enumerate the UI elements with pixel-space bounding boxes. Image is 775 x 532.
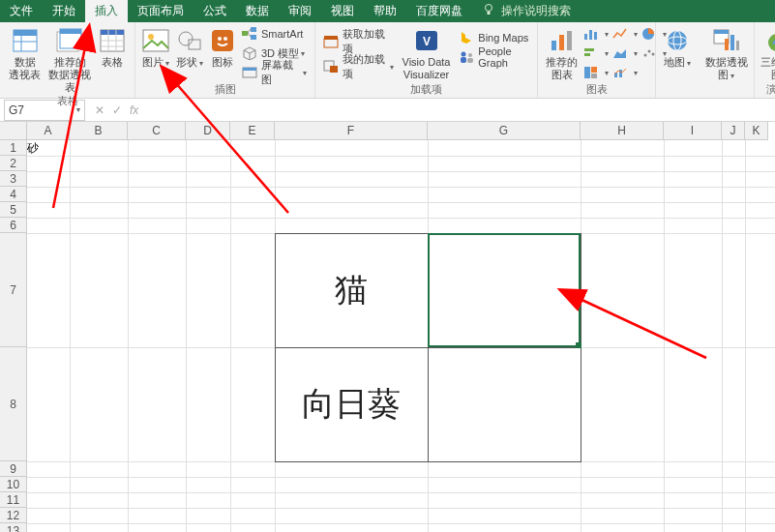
tab-home[interactable]: 开始 xyxy=(43,0,85,22)
people-icon xyxy=(459,49,474,65)
bing-maps-button[interactable]: Bing Maps xyxy=(455,28,533,47)
chevron-down-icon: ▾ xyxy=(301,49,305,58)
svg-marker-37 xyxy=(462,32,471,44)
chart-type-line-button[interactable]: ▾ xyxy=(611,24,640,44)
svg-rect-45 xyxy=(584,34,587,40)
select-all-corner[interactable] xyxy=(0,122,27,140)
table-button[interactable]: 表格 xyxy=(95,24,131,69)
svg-rect-50 xyxy=(584,53,590,56)
smartart-button[interactable]: SmartArt xyxy=(238,24,311,44)
svg-rect-56 xyxy=(591,67,597,73)
cell-F8[interactable]: 向日葵 xyxy=(275,347,428,461)
lightbulb-icon xyxy=(482,3,495,19)
svg-point-52 xyxy=(644,54,647,57)
chevron-down-icon: ▾ xyxy=(390,63,394,72)
cancel-formula-button[interactable]: ✕ xyxy=(95,103,104,117)
group-illustrations: 图片▾ 形状▾ 图标 SmartArt xyxy=(135,22,315,98)
formula-bar: G7 ▾ ✕ ✓ fx xyxy=(0,99,775,122)
col-header[interactable]: D xyxy=(186,122,230,139)
chart-type-map-button[interactable]: ▾ xyxy=(581,63,611,82)
col-header[interactable]: J xyxy=(722,122,745,139)
pivot-chart-button[interactable]: 数据透视图▾ xyxy=(702,24,750,82)
svg-rect-19 xyxy=(212,30,233,51)
row-header[interactable]: 2 xyxy=(0,156,26,171)
tab-page-layout[interactable]: 页面布局 xyxy=(128,0,194,22)
fx-icon[interactable]: fx xyxy=(130,103,138,117)
svg-point-53 xyxy=(648,50,651,53)
row-header[interactable]: 4 xyxy=(0,187,26,202)
treemap-chart-icon xyxy=(583,65,599,80)
screenshot-button[interactable]: 屏幕截图▾ xyxy=(238,63,311,82)
recommended-pivot-button[interactable]: 推荐的 数据透视表 xyxy=(45,24,95,94)
chevron-down-icon[interactable]: ▾ xyxy=(76,105,80,114)
row-header[interactable]: 1 xyxy=(0,140,26,156)
chart-type-area-button[interactable]: ▾ xyxy=(611,44,640,63)
svg-rect-42 xyxy=(551,41,556,50)
tab-data[interactable]: 数据 xyxy=(236,0,279,22)
tab-insert[interactable]: 插入 xyxy=(85,0,128,22)
shapes-button[interactable]: 形状▾ xyxy=(173,24,207,70)
chevron-down-icon: ▾ xyxy=(730,72,734,80)
worksheet: A B C D E F G H I J K 1 2 3 4 5 6 7 xyxy=(0,122,775,532)
chart-type-combo-button[interactable]: ▾ xyxy=(611,63,640,82)
formula-input[interactable] xyxy=(138,103,775,118)
tab-view[interactable]: 视图 xyxy=(321,0,364,22)
pictures-button[interactable]: 图片▾ xyxy=(139,24,173,70)
row-header[interactable]: 13 xyxy=(0,523,26,532)
row-header[interactable]: 5 xyxy=(0,202,26,218)
svg-rect-47 xyxy=(594,32,597,40)
row-header[interactable]: 3 xyxy=(0,171,26,187)
group-tours: 三维地 图 演示 xyxy=(755,22,775,98)
group-charts: 推荐的 图表 ▾ ▾ ▾ ▾ ▾ ▾ ▾ ▾ 图表 xyxy=(538,22,656,98)
tab-review[interactable]: 审阅 xyxy=(279,0,321,22)
svg-point-17 xyxy=(179,32,193,45)
col-header[interactable]: I xyxy=(664,122,722,139)
col-header[interactable]: G xyxy=(428,122,581,139)
pivot-table-button[interactable]: 数据 透视表 xyxy=(4,24,45,81)
col-header[interactable]: E xyxy=(230,122,275,139)
icons-button[interactable]: 图标 xyxy=(206,24,238,69)
row-header[interactable]: 6 xyxy=(0,218,26,233)
col-header[interactable]: K xyxy=(745,122,768,139)
pictures-icon xyxy=(140,26,171,55)
row-header[interactable]: 8 xyxy=(0,347,26,461)
name-box[interactable]: G7 ▾ xyxy=(4,100,85,121)
svg-marker-51 xyxy=(613,49,626,58)
chart-type-bar-button[interactable]: ▾ xyxy=(581,44,611,63)
maps-button[interactable]: 地图▾ xyxy=(660,24,695,70)
svg-rect-39 xyxy=(461,57,466,63)
row-header[interactable]: 9 xyxy=(0,461,26,477)
recommended-charts-button[interactable]: 推荐的 图表 xyxy=(542,24,581,81)
svg-line-26 xyxy=(248,33,251,37)
row-header[interactable]: 7 xyxy=(0,233,26,347)
tab-help[interactable]: 帮助 xyxy=(364,0,406,22)
col-header[interactable]: A xyxy=(27,122,70,139)
svg-point-20 xyxy=(218,37,222,41)
svg-rect-66 xyxy=(730,35,734,50)
row-header[interactable]: 11 xyxy=(0,492,26,508)
svg-rect-34 xyxy=(330,66,338,73)
visio-button[interactable]: V Visio Data Visualizer xyxy=(398,24,456,81)
svg-point-16 xyxy=(148,34,154,40)
col-header[interactable]: H xyxy=(581,122,664,139)
row-header[interactable]: 12 xyxy=(0,508,26,523)
tab-baidu[interactable]: 百度网盘 xyxy=(406,0,472,22)
3d-map-button[interactable]: 三维地 图 xyxy=(759,24,775,81)
col-header[interactable]: B xyxy=(70,122,128,139)
tab-formulas[interactable]: 公式 xyxy=(194,0,236,22)
people-graph-button[interactable]: People Graph xyxy=(455,47,533,67)
row-header[interactable]: 10 xyxy=(0,477,26,492)
chevron-down-icon: ▾ xyxy=(303,69,307,77)
cell-grid[interactable]: 砂 猫 向日葵 xyxy=(27,140,775,532)
tab-file[interactable]: 文件 xyxy=(0,0,43,22)
get-addins-button[interactable]: 获取加载项 xyxy=(319,32,398,51)
col-header[interactable]: C xyxy=(128,122,186,139)
confirm-formula-button[interactable]: ✓ xyxy=(112,103,122,117)
chevron-down-icon: ▾ xyxy=(687,59,691,68)
cell-F7[interactable]: 猫 xyxy=(275,233,428,347)
my-addins-button[interactable]: 我的加载项▾ xyxy=(319,57,398,76)
tell-me-search[interactable]: 操作说明搜索 xyxy=(472,3,581,19)
svg-point-38 xyxy=(462,52,466,57)
chart-type-col-button[interactable]: ▾ xyxy=(581,24,611,44)
col-header[interactable]: F xyxy=(275,122,428,139)
